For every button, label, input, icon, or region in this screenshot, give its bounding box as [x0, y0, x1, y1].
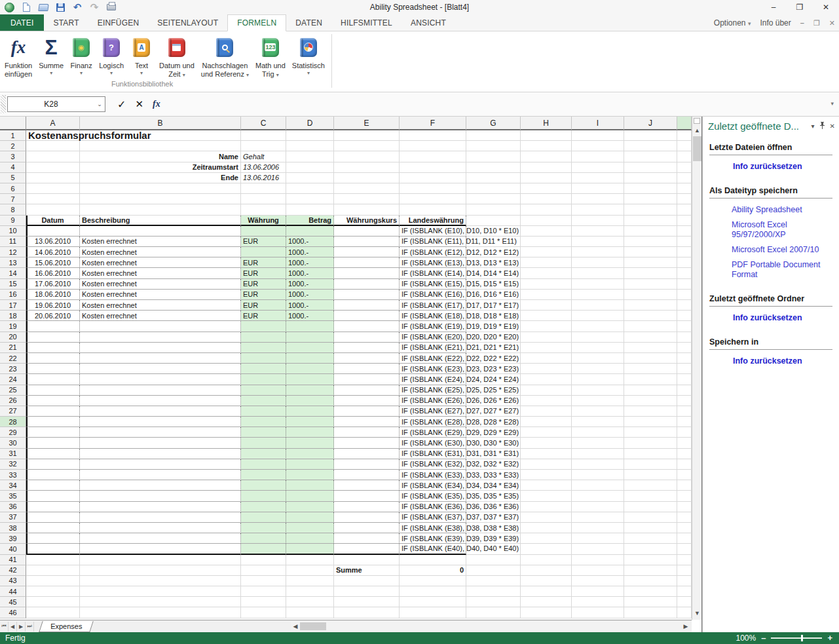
grid-cell[interactable]: [624, 502, 677, 512]
grid-cell[interactable]: [241, 353, 286, 364]
grid-cell[interactable]: [624, 321, 677, 331]
grid-cell[interactable]: [334, 268, 400, 278]
zoom-out-button[interactable]: –: [761, 634, 766, 642]
grid-cell[interactable]: [677, 544, 692, 554]
grid-cell[interactable]: [466, 130, 521, 141]
grid-cell[interactable]: [400, 194, 466, 204]
grid-cell[interactable]: [521, 523, 572, 533]
grid-cell[interactable]: [241, 194, 286, 204]
tab-daten[interactable]: DATEN: [286, 14, 331, 31]
grid-cell[interactable]: [80, 385, 241, 396]
grid-cell[interactable]: [521, 491, 572, 501]
grid-cell[interactable]: [334, 353, 400, 364]
column-header-A[interactable]: A: [26, 117, 80, 130]
grid-cell[interactable]: [80, 480, 241, 491]
grid-cell[interactable]: [400, 607, 466, 618]
grid-cell[interactable]: [26, 151, 80, 162]
grid-cell[interactable]: [521, 396, 572, 406]
grid-cell[interactable]: [286, 151, 334, 162]
cell-F15[interactable]: IF (ISBLANK (E15), D15, D15 * E15): [400, 279, 466, 290]
row-header-16[interactable]: 16: [0, 290, 26, 300]
row-header-7[interactable]: 7: [0, 194, 26, 204]
grid-cell[interactable]: [26, 544, 80, 554]
grid-cell[interactable]: [80, 491, 241, 501]
cell-B4[interactable]: Zeitraumstart: [80, 162, 241, 173]
grid-cell[interactable]: [26, 523, 80, 533]
grid-cell[interactable]: [334, 533, 400, 544]
grid-cell[interactable]: [572, 321, 624, 331]
cell-F24[interactable]: IF (ISBLANK (E24), D24, D24 * E24): [400, 374, 466, 385]
grid-cell[interactable]: [286, 565, 334, 576]
cell-B16[interactable]: Kosten errechnet: [80, 290, 241, 300]
grid-cell[interactable]: [26, 459, 80, 470]
grid-cell[interactable]: [334, 290, 400, 300]
cell-F17[interactable]: IF (ISBLANK (E17), D17, D17 * E17): [400, 300, 466, 311]
grid-cell[interactable]: [241, 502, 286, 512]
grid-cell[interactable]: [624, 533, 677, 544]
grid-cell[interactable]: [572, 183, 624, 194]
redo-icon[interactable]: ↷: [88, 1, 101, 13]
grid-cell[interactable]: [334, 173, 400, 183]
cell-F9[interactable]: Landeswährung: [400, 216, 466, 226]
grid-cell[interactable]: [677, 417, 692, 427]
grid-cell[interactable]: [241, 586, 286, 597]
grid-cell[interactable]: [624, 364, 677, 374]
grid-cell[interactable]: [334, 385, 400, 396]
grid-cell[interactable]: [334, 438, 400, 448]
cell-A12[interactable]: 14.06.2010: [26, 247, 80, 257]
grid-cell[interactable]: [80, 406, 241, 417]
grid-cell[interactable]: [521, 406, 572, 417]
row-header-14[interactable]: 14: [0, 268, 26, 278]
grid-cell[interactable]: [241, 374, 286, 385]
row-header-29[interactable]: 29: [0, 427, 26, 438]
grid-cell[interactable]: [400, 183, 466, 194]
grid-cell[interactable]: [334, 607, 400, 618]
grid-cell[interactable]: [521, 576, 572, 586]
column-header-F[interactable]: F: [400, 117, 466, 130]
grid-cell[interactable]: [572, 353, 624, 364]
grid-cell[interactable]: [26, 162, 80, 173]
cell-F33[interactable]: IF (ISBLANK (E33), D33, D33 * E33): [400, 470, 466, 480]
cell-F34[interactable]: IF (ISBLANK (E34), D34, D34 * E34): [400, 480, 466, 491]
grid-cell[interactable]: [80, 353, 241, 364]
row-header-20[interactable]: 20: [0, 332, 26, 343]
grid-cell[interactable]: [572, 555, 624, 565]
grid-cell[interactable]: [241, 183, 286, 194]
grid-cell[interactable]: [80, 470, 241, 480]
grid-cell[interactable]: [80, 332, 241, 343]
cell-A9[interactable]: Datum: [26, 216, 80, 226]
cell-D16[interactable]: 1000.-: [286, 290, 334, 300]
grid-cell[interactable]: [521, 353, 572, 364]
row-header-39[interactable]: 39: [0, 533, 26, 544]
insert-function-icon[interactable]: fx: [153, 99, 160, 109]
grid-cell[interactable]: [286, 470, 334, 480]
vertical-scrollbar-thumb[interactable]: [693, 136, 701, 161]
grid-cell[interactable]: [466, 565, 521, 576]
grid-cell[interactable]: [286, 449, 334, 459]
grid-cell[interactable]: [26, 417, 80, 427]
grid-cell[interactable]: [572, 173, 624, 183]
panel-link-info-zur-cksetzen[interactable]: Info zurücksetzen: [733, 356, 832, 366]
grid-cell[interactable]: [572, 374, 624, 385]
grid-cell[interactable]: [624, 565, 677, 576]
close-panel-icon[interactable]: ✕: [830, 123, 835, 130]
grid-cell[interactable]: [624, 555, 677, 565]
grid-cell[interactable]: [624, 226, 677, 237]
grid-cell[interactable]: [521, 459, 572, 470]
grid-cell[interactable]: [80, 607, 241, 618]
row-header-13[interactable]: 13: [0, 257, 26, 268]
row-header-31[interactable]: 31: [0, 449, 26, 459]
grid-cell[interactable]: [26, 141, 80, 151]
grid-cell[interactable]: [572, 332, 624, 343]
cell-F37[interactable]: IF (ISBLANK (E37), D37, D37 * E37): [400, 512, 466, 523]
undo-icon[interactable]: ↶: [71, 1, 84, 13]
grid-cell[interactable]: [466, 607, 521, 618]
grid-cell[interactable]: [521, 480, 572, 491]
grid-cell[interactable]: [624, 470, 677, 480]
grid-cell[interactable]: [466, 194, 521, 204]
cell-C11[interactable]: EUR: [241, 237, 286, 247]
row-header-9[interactable]: 9: [0, 216, 26, 226]
cell-E42[interactable]: Summe: [334, 565, 400, 576]
cell-B17[interactable]: Kosten errechnet: [80, 300, 241, 311]
grid-cell[interactable]: [26, 491, 80, 501]
